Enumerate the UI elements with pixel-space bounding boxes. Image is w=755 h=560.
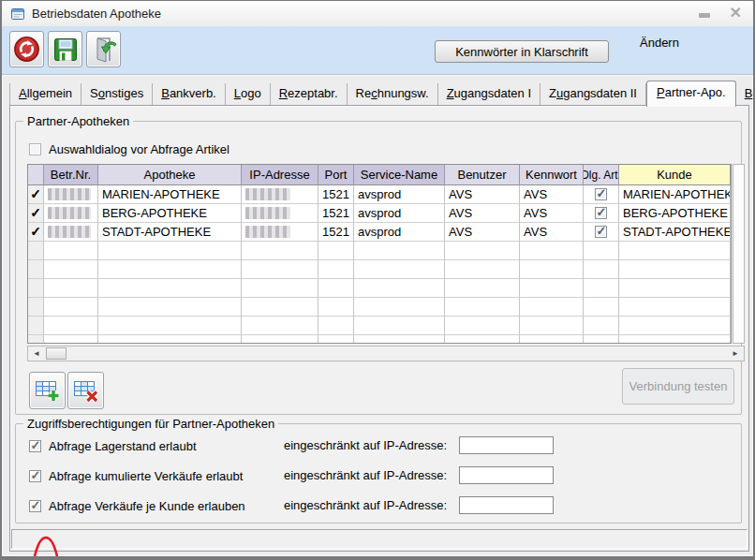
cell-port[interactable]: 1521 bbox=[318, 204, 354, 223]
tab-rechnungsw[interactable]: Rechnungsw. bbox=[348, 83, 438, 105]
cell-port[interactable]: 1521 bbox=[318, 223, 354, 242]
selection-dialog-checkbox[interactable] bbox=[29, 143, 41, 155]
tab-sonstiges[interactable]: Sonstiges bbox=[81, 83, 153, 105]
lagerstand-checkbox[interactable] bbox=[29, 440, 41, 452]
cell-ip-adresse[interactable] bbox=[242, 204, 318, 223]
cell-service-name[interactable]: avsprod bbox=[354, 223, 445, 242]
permissions-group: Zugriffsberechtigungen für Partner-Apoth… bbox=[15, 423, 742, 523]
test-connection-button[interactable]: Verbindung testen bbox=[622, 368, 734, 405]
tab-bankverb[interactable]: Bankverb. bbox=[153, 83, 226, 105]
verkaeufe-je-kunde-checkbox[interactable] bbox=[29, 500, 41, 512]
cell-betr-nr[interactable] bbox=[44, 223, 98, 242]
close-button[interactable]: ✕ bbox=[730, 5, 742, 22]
table-row-empty[interactable] bbox=[28, 260, 731, 279]
scrollbar-thumb[interactable] bbox=[46, 347, 67, 360]
ip-restriction-input-3[interactable] bbox=[459, 496, 554, 514]
horizontal-scrollbar[interactable]: ◄ ► bbox=[27, 346, 745, 361]
table-row-empty[interactable] bbox=[28, 335, 731, 344]
col-header-dlg-art[interactable]: Dlg. Art. bbox=[584, 165, 619, 185]
minimize-button[interactable] bbox=[699, 13, 710, 18]
table-cell-empty bbox=[354, 260, 445, 279]
table-empty-rows bbox=[28, 242, 731, 344]
table-cell-empty bbox=[354, 317, 445, 335]
table-cell-empty bbox=[44, 317, 98, 335]
mode-label: Ändern bbox=[640, 36, 679, 50]
censored-ip bbox=[245, 226, 290, 238]
scroll-left-arrow[interactable]: ◄ bbox=[29, 347, 44, 360]
cell-benutzer[interactable]: AVS bbox=[445, 204, 520, 223]
exit-button[interactable] bbox=[86, 31, 121, 67]
undo-refresh-button[interactable] bbox=[9, 31, 44, 67]
titlebar[interactable]: Betriebsdaten Apotheke ✕ bbox=[2, 1, 753, 27]
cell-benutzer[interactable]: AVS bbox=[445, 185, 520, 204]
col-header-port[interactable]: Port bbox=[318, 165, 354, 185]
cell-selected: ✓ bbox=[28, 204, 44, 223]
col-header-select[interactable] bbox=[28, 165, 44, 185]
ip-restriction-input-2[interactable] bbox=[459, 466, 554, 484]
table-cell-empty bbox=[98, 298, 242, 317]
col-header-benutzer[interactable]: Benutzer bbox=[445, 165, 520, 185]
col-header-kunde[interactable]: Kunde bbox=[619, 165, 731, 185]
vertical-scrollbar[interactable] bbox=[733, 164, 745, 344]
table-row-empty[interactable] bbox=[28, 298, 731, 317]
save-button[interactable] bbox=[48, 31, 82, 67]
cell-kennwort[interactable]: AVS bbox=[520, 204, 584, 223]
col-header-service-name[interactable]: Service-Name bbox=[354, 165, 445, 185]
tab-partner-apo[interactable]: Partner-Apo. bbox=[646, 81, 736, 107]
ip-restriction-label-3: eingeschränkt auf IP-Adresse: bbox=[284, 498, 466, 512]
table-cell-empty bbox=[584, 317, 619, 335]
table-cell-empty bbox=[354, 242, 445, 260]
dlg-art-checkbox[interactable] bbox=[595, 188, 607, 200]
tab-allgemein[interactable]: Allgemein bbox=[9, 83, 81, 105]
table-row-berg[interactable]: ✓ BERG-APOTHEKE 1521 avsprod AVS AVS BER… bbox=[28, 204, 731, 223]
cell-benutzer[interactable]: AVS bbox=[445, 223, 520, 242]
table-cell-empty bbox=[28, 279, 44, 298]
table-row-stadt[interactable]: ✓ STADT-APOTHEKE 1521 avsprod AVS AVS ST… bbox=[28, 223, 731, 242]
ip-restriction-label-2: eingeschränkt auf IP-Adresse: bbox=[284, 468, 466, 482]
cell-ip-adresse[interactable] bbox=[242, 223, 318, 242]
tab-zugangsdaten-2[interactable]: Zugangsdaten II bbox=[540, 83, 646, 105]
table-cell-empty bbox=[619, 279, 731, 298]
tab-zugangsdaten-1[interactable]: Zugangsdaten I bbox=[438, 83, 540, 105]
table-row-empty[interactable] bbox=[28, 242, 731, 260]
col-header-kennwort[interactable]: Kennwort bbox=[520, 165, 584, 185]
ip-restriction-input-1[interactable] bbox=[459, 436, 554, 454]
cell-apotheke[interactable]: BERG-APOTHEKE bbox=[98, 204, 242, 223]
table-row-empty[interactable] bbox=[28, 279, 731, 298]
cell-kennwort[interactable]: AVS bbox=[520, 223, 584, 242]
cell-apotheke[interactable]: STADT-APOTHEKE bbox=[98, 223, 242, 242]
kennwoerter-klarschrift-button[interactable]: Kennwörter in Klarschrift bbox=[435, 40, 609, 63]
table-row-marien[interactable]: ✓ MARIEN-APOTHEKE 1521 avsprod AVS AVS M… bbox=[28, 185, 731, 204]
table-cell-empty bbox=[520, 242, 584, 260]
partner-apotheken-group-title: Partner-Apotheken bbox=[23, 114, 133, 128]
col-header-ip-adresse[interactable]: IP-Adresse bbox=[242, 165, 318, 185]
table-cell-empty bbox=[445, 335, 520, 344]
cell-kennwort[interactable]: AVS bbox=[520, 185, 584, 204]
tab-bearb[interactable]: Bearb. bbox=[736, 83, 755, 105]
kumulierte-verkaeufe-checkbox[interactable] bbox=[29, 470, 41, 482]
cell-apotheke[interactable]: MARIEN-APOTHEKE bbox=[98, 185, 242, 204]
cell-port[interactable]: 1521 bbox=[318, 185, 354, 204]
cell-service-name[interactable]: avsprod bbox=[354, 185, 445, 204]
col-header-apotheke[interactable]: Apotheke bbox=[98, 165, 242, 185]
col-header-betr-nr[interactable]: Betr.Nr. bbox=[44, 165, 98, 185]
cell-ip-adresse[interactable] bbox=[242, 185, 318, 204]
scroll-right-arrow[interactable]: ► bbox=[728, 347, 743, 360]
cell-betr-nr[interactable] bbox=[44, 204, 98, 223]
cell-betr-nr[interactable] bbox=[44, 185, 98, 204]
table-cell-empty bbox=[318, 317, 354, 335]
tabstrip: Allgemein Sonstiges Bankverb. Logo Rezep… bbox=[9, 80, 746, 105]
cell-service-name[interactable]: avsprod bbox=[354, 204, 445, 223]
cell-kunde[interactable]: STADT-APOTHEKE bbox=[619, 223, 731, 242]
dlg-art-checkbox[interactable] bbox=[595, 226, 607, 238]
dlg-art-checkbox[interactable] bbox=[595, 207, 607, 219]
add-row-button[interactable] bbox=[29, 372, 66, 409]
cell-kunde[interactable]: BERG-APOTHEKE bbox=[619, 204, 731, 223]
table-cell-empty bbox=[584, 279, 619, 298]
cell-kunde[interactable]: MARIEN-APOTHEKE bbox=[619, 185, 731, 204]
tab-logo[interactable]: Logo bbox=[226, 83, 271, 105]
table-row-empty[interactable] bbox=[28, 317, 731, 335]
tab-rezeptabr[interactable]: Rezeptabr. bbox=[271, 83, 348, 105]
delete-row-button[interactable] bbox=[67, 372, 104, 409]
censored-betr-nr bbox=[48, 226, 91, 238]
